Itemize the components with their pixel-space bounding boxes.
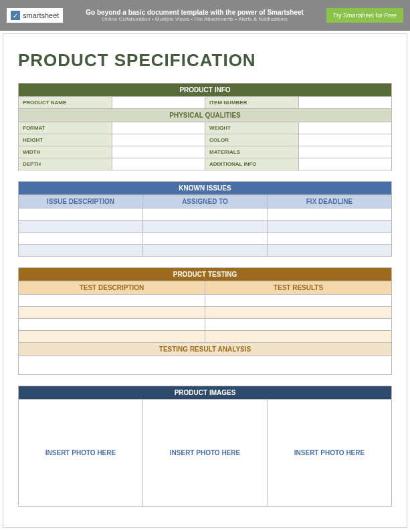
banner-subtitle: Online Collaboration • Multiple Views • …: [70, 16, 319, 22]
product-testing-table: PRODUCT TESTING TEST DESCRIPTION TEST RE…: [18, 267, 392, 375]
additional-info-value[interactable]: [298, 158, 392, 170]
table-row: [19, 319, 392, 331]
issue-desc-cell[interactable]: [19, 245, 143, 257]
table-row: [19, 221, 392, 233]
table-row: [19, 233, 392, 245]
weight-value[interactable]: [298, 122, 392, 134]
width-label: WIDTH: [19, 146, 112, 158]
physical-qualities-header: PHYSICAL QUALITIES: [19, 109, 392, 122]
materials-label: MATERIALS: [205, 146, 299, 158]
issue-deadline-cell[interactable]: [268, 245, 392, 257]
product-info-table: PRODUCT INFO PRODUCT NAME ITEM NUMBER PH…: [18, 83, 392, 170]
height-value[interactable]: [112, 134, 205, 146]
issue-desc-cell[interactable]: [19, 209, 143, 221]
color-value[interactable]: [298, 134, 392, 146]
issue-deadline-cell[interactable]: [268, 221, 392, 233]
document-sheet: PRODUCT SPECIFICATION PRODUCT INFO PRODU…: [3, 33, 407, 528]
try-free-button[interactable]: Try Smartsheet for Free: [326, 8, 403, 23]
test-results-cell[interactable]: [205, 295, 392, 307]
issue-assigned-cell[interactable]: [143, 209, 268, 221]
issue-desc-cell[interactable]: [19, 221, 143, 233]
product-testing-header: PRODUCT TESTING: [19, 268, 392, 281]
issue-deadline-cell[interactable]: [268, 209, 392, 221]
color-label: COLOR: [205, 134, 299, 146]
known-issues-header: KNOWN ISSUES: [19, 182, 392, 195]
known-issues-table: KNOWN ISSUES ISSUE DESCRIPTION ASSIGNED …: [18, 181, 392, 257]
check-icon: ✓: [11, 11, 20, 20]
test-results-cell[interactable]: [205, 331, 392, 343]
photo-placeholder[interactable]: INSERT PHOTO HERE: [19, 400, 143, 507]
item-number-label: ITEM NUMBER: [205, 97, 299, 109]
table-row: [19, 295, 392, 307]
logo: ✓ smartsheet: [7, 8, 63, 23]
format-label: FORMAT: [19, 122, 112, 134]
issue-assigned-cell[interactable]: [143, 245, 268, 257]
banner-text: Go beyond a basic document template with…: [70, 9, 319, 22]
table-row: [19, 307, 392, 319]
banner-title: Go beyond a basic document template with…: [70, 9, 319, 16]
analysis-value[interactable]: [19, 356, 392, 375]
item-number-value[interactable]: [298, 97, 392, 109]
product-images-table: PRODUCT IMAGES INSERT PHOTO HERE INSERT …: [18, 386, 392, 507]
product-name-value[interactable]: [112, 97, 205, 109]
photo-placeholder[interactable]: INSERT PHOTO HERE: [143, 400, 268, 507]
issue-assigned-cell[interactable]: [143, 233, 268, 245]
format-value[interactable]: [112, 122, 205, 134]
product-images-header: PRODUCT IMAGES: [19, 386, 392, 400]
analysis-header: TESTING RESULT ANALYSIS: [19, 343, 392, 356]
issue-assigned-cell[interactable]: [143, 221, 268, 233]
issue-desc-header: ISSUE DESCRIPTION: [19, 195, 143, 209]
logo-text: smartsheet: [23, 11, 59, 19]
product-info-header: PRODUCT INFO: [19, 84, 392, 97]
table-row: [19, 331, 392, 343]
materials-value[interactable]: [298, 146, 392, 158]
test-results-cell[interactable]: [205, 319, 392, 331]
test-desc-cell[interactable]: [19, 307, 205, 319]
depth-label: DEPTH: [19, 158, 112, 170]
photo-placeholder[interactable]: INSERT PHOTO HERE: [268, 400, 392, 507]
page-title: PRODUCT SPECIFICATION: [18, 50, 392, 71]
top-banner: ✓ smartsheet Go beyond a basic document …: [0, 0, 410, 31]
width-value[interactable]: [112, 146, 205, 158]
height-label: HEIGHT: [19, 134, 112, 146]
issue-desc-cell[interactable]: [19, 233, 143, 245]
product-name-label: PRODUCT NAME: [19, 97, 112, 109]
assigned-to-header: ASSIGNED TO: [143, 195, 268, 209]
test-desc-cell[interactable]: [19, 331, 205, 343]
test-desc-cell[interactable]: [19, 319, 205, 331]
additional-info-label: ADDITIONAL INFO: [205, 158, 299, 170]
depth-value[interactable]: [112, 158, 205, 170]
test-results-cell[interactable]: [205, 307, 392, 319]
weight-label: WEIGHT: [205, 122, 299, 134]
test-desc-cell[interactable]: [19, 295, 205, 307]
fix-deadline-header: FIX DEADLINE: [268, 195, 392, 209]
issue-deadline-cell[interactable]: [268, 233, 392, 245]
table-row: [19, 209, 392, 221]
table-row: [19, 245, 392, 257]
test-results-header: TEST RESULTS: [205, 281, 392, 295]
test-desc-header: TEST DESCRIPTION: [19, 281, 205, 295]
